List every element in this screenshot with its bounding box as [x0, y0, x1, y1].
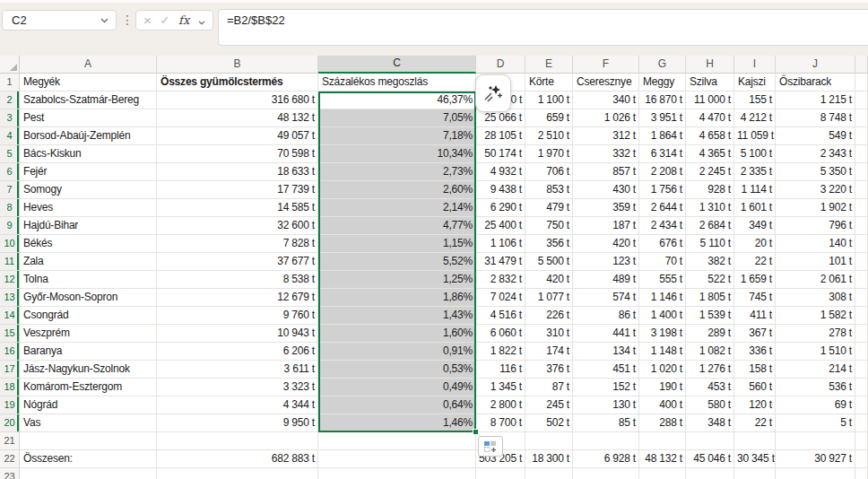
cell-F23[interactable] [573, 468, 639, 479]
row-header-13[interactable]: 13 [0, 289, 20, 307]
row-header-21[interactable]: 21 [0, 432, 20, 450]
column-header-F[interactable]: F [573, 56, 639, 74]
cell-G12[interactable]: 555 t [639, 271, 686, 289]
cell-F5[interactable]: 332 t [573, 145, 639, 163]
cell-B14[interactable]: 9 760 t [157, 307, 318, 325]
cell-C16[interactable]: 0,91% [318, 343, 476, 361]
cell-F6[interactable]: 857 t [573, 163, 639, 181]
cell-G21[interactable] [639, 432, 686, 450]
cell-J19[interactable]: 69 t [776, 396, 855, 414]
cell-B16[interactable]: 6 206 t [157, 343, 318, 361]
cell-G6[interactable]: 2 208 t [639, 163, 686, 181]
cell-F9[interactable]: 187 t [573, 217, 639, 235]
cell-J7[interactable]: 3 220 t [776, 181, 855, 199]
cell-C14[interactable]: 1,43% [318, 307, 476, 325]
cell-H15[interactable]: 289 t [686, 325, 734, 343]
cell-K9[interactable] [855, 217, 868, 235]
cell-I9[interactable]: 349 t [734, 217, 776, 235]
column-header-K[interactable] [855, 56, 868, 74]
cell-K20[interactable] [855, 414, 868, 432]
cell-K22[interactable] [855, 450, 868, 468]
cell-H22[interactable]: 45 046 t [686, 450, 734, 468]
cell-G5[interactable]: 6 314 t [639, 145, 686, 163]
row-header-14[interactable]: 14 [0, 307, 20, 325]
cell-A22[interactable]: Összesen: [20, 450, 157, 468]
cell-C15[interactable]: 1,60% [318, 325, 476, 343]
cell-K14[interactable] [855, 307, 868, 325]
cell-F1[interactable]: Cseresznye [573, 74, 639, 91]
row-header-7[interactable]: 7 [0, 181, 20, 199]
cell-A23[interactable] [20, 468, 157, 479]
cell-H9[interactable]: 2 684 t [686, 217, 734, 235]
cell-I15[interactable]: 367 t [734, 325, 776, 343]
cell-I8[interactable]: 1 601 t [734, 199, 776, 217]
cell-H5[interactable]: 4 365 t [686, 145, 734, 163]
cell-B21[interactable] [157, 432, 318, 450]
cell-E13[interactable]: 1 077 t [525, 289, 573, 307]
cell-E2[interactable]: 1 100 t [525, 91, 573, 109]
row-header-17[interactable]: 17 [0, 361, 20, 379]
cell-A7[interactable]: Somogy [20, 181, 157, 199]
cell-D20[interactable]: 8 700 t [476, 414, 525, 432]
cell-E22[interactable]: 18 300 t [525, 450, 573, 468]
drag-handle-icon[interactable]: ⋮ [121, 12, 132, 28]
cell-A4[interactable]: Borsod-Abaúj-Zemplén [20, 127, 157, 145]
cell-D7[interactable]: 9 438 t [476, 181, 525, 199]
cell-G3[interactable]: 3 951 t [639, 109, 686, 127]
cell-F19[interactable]: 130 t [573, 396, 639, 414]
cell-J13[interactable]: 308 t [776, 289, 855, 307]
cell-J16[interactable]: 1 510 t [776, 343, 855, 361]
row-header-4[interactable]: 4 [0, 127, 20, 145]
cell-C19[interactable]: 0,64% [318, 396, 476, 414]
cell-I4[interactable]: 11 059 t [734, 127, 776, 145]
cell-K1[interactable] [855, 74, 868, 91]
cell-F21[interactable] [573, 432, 639, 450]
cell-D14[interactable]: 4 516 t [476, 307, 525, 325]
cell-H7[interactable]: 928 t [686, 181, 734, 199]
cell-A10[interactable]: Békés [20, 235, 157, 253]
cell-B15[interactable]: 10 943 t [157, 325, 318, 343]
cell-C18[interactable]: 0,49% [318, 379, 476, 396]
quick-analysis-button[interactable] [478, 436, 503, 457]
cell-D19[interactable]: 2 800 t [476, 396, 525, 414]
cell-F18[interactable]: 152 t [573, 379, 639, 396]
cell-J12[interactable]: 2 061 t [776, 271, 855, 289]
cell-J20[interactable]: 5 t [776, 414, 855, 432]
cell-G11[interactable]: 70 t [639, 253, 686, 271]
cell-B22[interactable]: 682 883 t [157, 450, 318, 468]
cell-I19[interactable]: 120 t [734, 396, 776, 414]
cell-F4[interactable]: 312 t [573, 127, 639, 145]
cell-E12[interactable]: 420 t [525, 271, 573, 289]
column-header-J[interactable]: J [776, 56, 855, 74]
cell-I20[interactable]: 22 t [734, 414, 776, 432]
cell-G4[interactable]: 1 864 t [639, 127, 686, 145]
cell-E4[interactable]: 2 510 t [525, 127, 573, 145]
cell-J17[interactable]: 214 t [776, 361, 855, 379]
cell-K19[interactable] [855, 396, 868, 414]
cell-F10[interactable]: 420 t [573, 235, 639, 253]
cell-E15[interactable]: 310 t [525, 325, 573, 343]
column-header-D[interactable]: D [476, 56, 525, 74]
cell-E21[interactable] [525, 432, 573, 450]
cell-C20[interactable]: 1,46% [318, 414, 476, 432]
copilot-suggestion-button[interactable] [475, 74, 511, 112]
cell-E11[interactable]: 5 500 t [525, 253, 573, 271]
cell-J22[interactable]: 30 927 t [776, 450, 855, 468]
row-header-5[interactable]: 5 [0, 145, 20, 163]
cell-A14[interactable]: Csongrád [20, 307, 157, 325]
cell-C5[interactable]: 10,34% [318, 145, 476, 163]
cell-C21[interactable] [318, 432, 476, 450]
cell-G19[interactable]: 400 t [639, 396, 686, 414]
cell-G13[interactable]: 1 146 t [639, 289, 686, 307]
cell-H13[interactable]: 1 805 t [686, 289, 734, 307]
cell-J2[interactable]: 1 215 t [776, 91, 855, 109]
cancel-icon[interactable]: × [143, 13, 152, 27]
cell-K23[interactable] [855, 468, 868, 479]
cell-D9[interactable]: 25 400 t [476, 217, 525, 235]
cell-F12[interactable]: 489 t [573, 271, 639, 289]
fill-handle[interactable] [473, 429, 479, 435]
cell-G1[interactable]: Meggy [639, 74, 686, 91]
cell-A15[interactable]: Veszprém [20, 325, 157, 343]
cell-C4[interactable]: 7,18% [318, 127, 476, 145]
cell-K7[interactable] [855, 181, 868, 199]
